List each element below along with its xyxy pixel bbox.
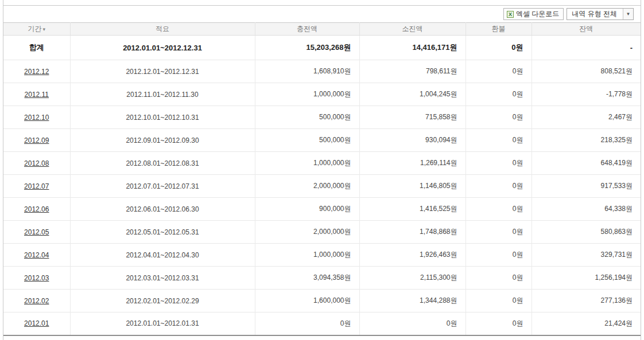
balance-amount-cell: 2,467원 <box>532 106 641 129</box>
description-cell: 2012.10.01~2012.10.31 <box>70 106 255 129</box>
table-row: 2012.10 2012.10.01~2012.10.31 500,000원 7… <box>3 106 641 129</box>
description-cell: 2012.12.01~2012.12.31 <box>70 60 255 83</box>
balance-amount-cell: 277,136원 <box>532 290 641 312</box>
total-spent-amount: 14,416,171원 <box>359 36 465 60</box>
column-header-charge: 충전액 <box>255 23 359 36</box>
table-row: 2012.12 2012.12.01~2012.12.31 1,608,910원… <box>3 60 641 83</box>
period-link[interactable]: 2012.03 <box>24 274 49 282</box>
column-header-refund: 환불 <box>465 23 532 36</box>
charge-amount-cell: 1,600,000원 <box>255 290 359 312</box>
refund-amount-cell: 0원 <box>465 129 532 152</box>
total-period-label: 합계 <box>3 36 70 60</box>
column-header-description: 적요 <box>70 23 255 36</box>
spent-amount-cell: 930,094원 <box>359 129 465 152</box>
refund-amount-cell: 0원 <box>465 175 532 198</box>
spent-amount-cell: 1,416,525원 <box>359 198 465 221</box>
period-link[interactable]: 2012.01 <box>24 319 49 327</box>
spent-amount-cell: 1,004,245원 <box>359 83 465 106</box>
description-cell: 2012.11.01~2012.11.30 <box>70 83 255 106</box>
spent-amount-cell: 1,146,805원 <box>359 175 465 198</box>
content-frame: X 엑셀 다운로드 내역 유형 전체 ▼ 기간▾ 적요 충전액 소진액 환불 잔… <box>3 0 641 340</box>
refund-amount-cell: 0원 <box>465 106 532 129</box>
column-header-period[interactable]: 기간▾ <box>3 23 70 36</box>
period-link[interactable]: 2012.02 <box>24 297 49 305</box>
billing-history-table: 기간▾ 적요 충전액 소진액 환불 잔액 합계 2012.01.01~2012.… <box>3 22 641 336</box>
refund-amount-cell: 0원 <box>465 290 532 312</box>
period-link[interactable]: 2012.12 <box>24 68 49 76</box>
charge-amount-cell: 1,000,000원 <box>255 152 359 175</box>
chevron-down-icon[interactable]: ▼ <box>623 9 633 19</box>
balance-amount-cell: -1,778원 <box>532 83 641 106</box>
balance-amount-cell: 64,338원 <box>532 198 641 221</box>
charge-amount-cell: 2,000,000원 <box>255 175 359 198</box>
total-refund-amount: 0원 <box>465 36 532 60</box>
spent-amount-cell: 2,115,300원 <box>359 267 465 290</box>
spent-amount-cell: 1,269,114원 <box>359 152 465 175</box>
charge-amount-cell: 900,000원 <box>255 198 359 221</box>
history-type-select[interactable]: 내역 유형 전체 ▼ <box>567 8 634 20</box>
charge-amount-cell: 1,000,000원 <box>255 244 359 267</box>
spent-amount-cell: 798,611원 <box>359 60 465 83</box>
total-description: 2012.01.01~2012.12.31 <box>70 36 255 60</box>
table-row: 2012.11 2012.11.01~2012.11.30 1,000,000원… <box>3 83 641 106</box>
balance-amount-cell: 1,256,194원 <box>532 267 641 290</box>
table-row: 2012.08 2012.08.01~2012.08.31 1,000,000원… <box>3 152 641 175</box>
spent-amount-cell: 0원 <box>359 312 465 335</box>
table-row: 2012.09 2012.09.01~2012.09.30 500,000원 9… <box>3 129 641 152</box>
table-row: 2012.05 2012.05.01~2012.05.31 2,000,000원… <box>3 221 641 244</box>
period-link[interactable]: 2012.10 <box>24 114 49 122</box>
balance-amount-cell: 917,533원 <box>532 175 641 198</box>
charge-amount-cell: 3,094,358원 <box>255 267 359 290</box>
period-link[interactable]: 2012.06 <box>24 205 49 213</box>
spent-amount-cell: 1,344,288원 <box>359 290 465 312</box>
charge-amount-cell: 0원 <box>255 312 359 335</box>
sort-arrow-icon: ▾ <box>42 26 45 32</box>
refund-amount-cell: 0원 <box>465 221 532 244</box>
refund-amount-cell: 0원 <box>465 152 532 175</box>
table-toolbar: X 엑셀 다운로드 내역 유형 전체 ▼ <box>3 6 641 22</box>
refund-amount-cell: 0원 <box>465 244 532 267</box>
charge-amount-cell: 500,000원 <box>255 106 359 129</box>
table-body: 합계 2012.01.01~2012.12.31 15,203,268원 14,… <box>3 36 641 335</box>
charge-amount-cell: 1,608,910원 <box>255 60 359 83</box>
period-link[interactable]: 2012.04 <box>24 251 49 259</box>
table-row: 2012.02 2012.02.01~2012.02.29 1,600,000원… <box>3 290 641 312</box>
period-link[interactable]: 2012.07 <box>24 182 49 190</box>
charge-amount-cell: 1,000,000원 <box>255 83 359 106</box>
balance-amount-cell: 329,731원 <box>532 244 641 267</box>
refund-amount-cell: 0원 <box>465 83 532 106</box>
table-row: 2012.04 2012.04.01~2012.04.30 1,000,000원… <box>3 244 641 267</box>
period-link[interactable]: 2012.11 <box>25 91 49 99</box>
charge-amount-cell: 2,000,000원 <box>255 221 359 244</box>
column-header-balance: 잔액 <box>532 23 641 36</box>
refund-amount-cell: 0원 <box>465 267 532 290</box>
excel-download-button[interactable]: X 엑셀 다운로드 <box>503 8 564 20</box>
description-cell: 2012.03.01~2012.03.31 <box>70 267 255 290</box>
period-link[interactable]: 2012.05 <box>24 228 49 236</box>
description-cell: 2012.04.01~2012.04.30 <box>70 244 255 267</box>
charge-amount-cell: 500,000원 <box>255 129 359 152</box>
top-section-divider <box>3 0 641 6</box>
description-cell: 2012.01.01~2012.01.31 <box>70 312 255 335</box>
table-row: 2012.07 2012.07.01~2012.07.31 2,000,000원… <box>3 175 641 198</box>
balance-amount-cell: 648,419원 <box>532 152 641 175</box>
spent-amount-cell: 1,926,463원 <box>359 244 465 267</box>
column-header-period-label: 기간 <box>28 25 41 33</box>
balance-amount-cell: 218,325원 <box>532 129 641 152</box>
history-type-selected-value: 내역 유형 전체 <box>567 9 623 19</box>
excel-download-label: 엑셀 다운로드 <box>516 9 559 19</box>
description-cell: 2012.08.01~2012.08.31 <box>70 152 255 175</box>
refund-amount-cell: 0원 <box>465 198 532 221</box>
period-link[interactable]: 2012.09 <box>24 136 49 144</box>
table-row: 2012.01 2012.01.01~2012.01.31 0원 0원 0원 2… <box>3 312 641 335</box>
total-row: 합계 2012.01.01~2012.12.31 15,203,268원 14,… <box>3 36 641 60</box>
description-cell: 2012.07.01~2012.07.31 <box>70 175 255 198</box>
column-header-spent: 소진액 <box>359 23 465 36</box>
spent-amount-cell: 715,858원 <box>359 106 465 129</box>
total-balance-value: - <box>532 36 641 60</box>
period-link[interactable]: 2012.08 <box>24 159 49 167</box>
balance-amount-cell: 21,424원 <box>532 312 641 335</box>
table-row: 2012.03 2012.03.01~2012.03.31 3,094,358원… <box>3 267 641 290</box>
total-charge-amount: 15,203,268원 <box>255 36 359 60</box>
excel-icon: X <box>507 11 514 18</box>
